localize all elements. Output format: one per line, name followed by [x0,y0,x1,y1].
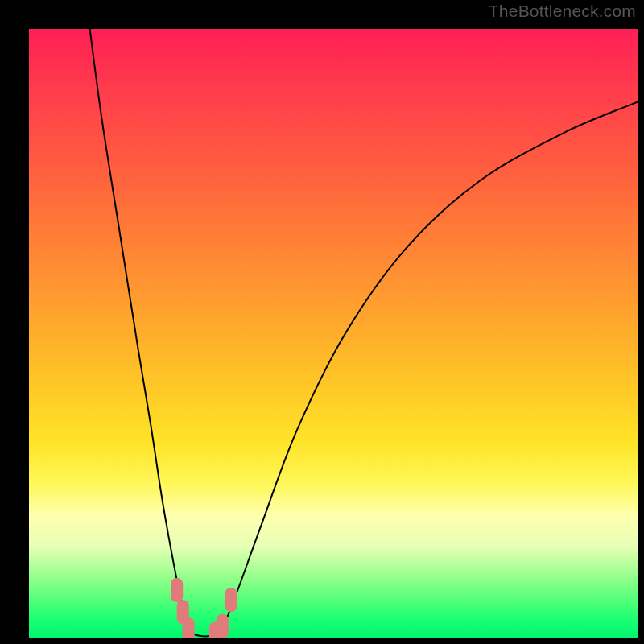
valley-marker [183,617,195,638]
curve-svg [29,29,638,638]
plot-area [29,29,638,638]
valley-marker [217,614,229,638]
valley-markers [171,578,237,638]
valley-marker [171,578,183,602]
valley-marker [225,588,237,612]
chart-container: TheBottleneck.com [0,0,644,644]
watermark-text: TheBottleneck.com [489,2,636,21]
bottleneck-curve [90,29,638,636]
